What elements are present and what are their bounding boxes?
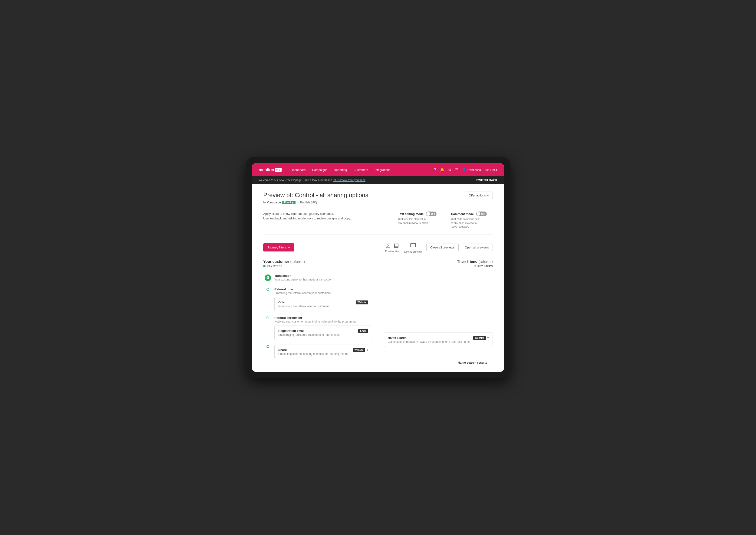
name-search-card[interactable]: Name search Claiming an introductory rew… — [384, 332, 493, 347]
nav-links: Dashboard Campaigns Reporting Customers … — [291, 168, 434, 172]
text-editing-label: Text editing mode OFF — [398, 211, 440, 216]
share-card-badges: Website ▾ — [353, 348, 368, 352]
nav-campaigns[interactable]: Campaigns — [312, 168, 327, 172]
open-all-previews-button[interactable]: Open all previews — [461, 243, 493, 251]
referee-line — [488, 349, 488, 358]
referral-enrollment-step: Referral enrollment Notifying your custo… — [263, 314, 372, 343]
page-title: Preview of: Control - all sharing option… — [263, 192, 368, 199]
device-preview-section: Device preview — [404, 242, 422, 253]
referee-column: Their friend (referee) KEY STEPS Name se — [378, 260, 493, 364]
user-icon: 👤 — [462, 168, 466, 172]
page-subtitle: In Campaign Running in English (UK) — [263, 201, 368, 204]
campaign-link[interactable]: Campaign — [267, 201, 281, 204]
svg-rect-2 — [394, 244, 398, 248]
nav-right: ? 🔔 ⚙ ☰ 👤 Francesco Itch Pet ▾ — [434, 168, 497, 172]
enrollment-dot — [267, 317, 269, 319]
nav-integrations[interactable]: Integrations — [374, 168, 390, 172]
page-title-section: Preview of: Control - all sharing option… — [263, 192, 368, 204]
user-name[interactable]: 👤 Francesco — [462, 168, 481, 172]
referee-header: Their friend (referee) KEY STEPS — [384, 260, 493, 268]
grid-preview-icon[interactable] — [393, 242, 400, 249]
modes-row: Apply filters to show different user jou… — [263, 211, 493, 235]
preview-size-label: Preview size — [385, 250, 399, 253]
image-preview-icon[interactable] — [385, 242, 391, 249]
transaction-step: Transaction Your existing customer has m… — [263, 272, 372, 286]
referral-offer-step: Referral offer Promoting the referral of… — [263, 286, 372, 314]
notifications-icon[interactable]: 🔔 — [440, 168, 445, 172]
referee-steps-container: Name search Claiming an introductory rew… — [384, 332, 493, 364]
close-open-buttons: Close all previews Open all previews — [426, 243, 493, 251]
key-steps-dot-outline — [474, 265, 476, 267]
name-search-text: Name search Claiming an introductory rew… — [388, 336, 470, 343]
website-badge: Website — [473, 336, 486, 340]
share-dot — [267, 345, 269, 348]
website-badge: Website — [353, 348, 365, 352]
settings-icon[interactable]: ⚙ — [448, 168, 451, 172]
email-badge: Email — [358, 329, 368, 333]
key-steps-dot — [263, 265, 266, 267]
nav-reporting[interactable]: Reporting — [334, 168, 347, 172]
svg-point-1 — [387, 244, 388, 245]
svg-rect-5 — [411, 243, 416, 247]
text-editing-mode: Text editing mode OFF Click any text ele… — [398, 211, 440, 229]
referee-key-steps: KEY STEPS — [384, 265, 493, 268]
chevron-down-icon[interactable]: ▾ — [487, 336, 489, 340]
help-icon[interactable]: ? — [434, 168, 436, 172]
name-search-results: Name search results — [384, 361, 493, 364]
referral-offer-content: Referral offer Promoting the referral of… — [273, 286, 372, 314]
share-content: Share Presenting different sharing metho… — [273, 343, 372, 362]
nav-dashboard[interactable]: Dashboard — [291, 168, 306, 172]
device-frame: mention me Dashboard Campaigns Reporting… — [246, 157, 510, 378]
preview-size-section: Preview size — [385, 242, 400, 253]
tenant-name[interactable]: Itch Pet ▾ — [485, 168, 497, 172]
close-all-previews-button[interactable]: Close all previews — [426, 243, 459, 251]
mode-description: Apply filters to show different user jou… — [263, 211, 387, 229]
preview-size-icons — [385, 242, 400, 249]
referee-title: Their friend (referee) — [384, 260, 493, 264]
website-badge: Website — [356, 300, 368, 304]
monitor-icon[interactable] — [409, 242, 417, 249]
enrollment-content: Referral enrollment Notifying your custo… — [273, 314, 372, 343]
logo-box: me — [275, 168, 281, 172]
offer-card-text: Offer Introducing the referral offer to … — [278, 300, 330, 308]
comment-mode-label: Comment mode OFF — [451, 211, 493, 216]
step-line-col — [263, 343, 273, 362]
device-screen: mention me Dashboard Campaigns Reporting… — [252, 163, 504, 372]
share-card-text: Share Presenting different sharing metho… — [278, 348, 348, 355]
page-header: Preview of: Control - all sharing option… — [263, 192, 493, 204]
running-badge: Running — [282, 201, 296, 204]
step-line — [268, 281, 268, 286]
main-content: Preview of: Control - all sharing option… — [252, 184, 504, 372]
step-line-col — [263, 272, 273, 286]
step-line-col — [263, 286, 273, 314]
referrer-key-steps: KEY STEPS — [263, 265, 372, 268]
toolbar: Journey filters ≡ — [263, 242, 493, 253]
banner-text: Welcome to our new Preview page! Take a … — [259, 179, 367, 182]
share-card[interactable]: Share Presenting different sharing metho… — [275, 345, 372, 359]
device-preview-label: Device preview — [404, 250, 422, 253]
registration-email-card[interactable]: Registration email Encouraging registere… — [275, 325, 372, 340]
text-editing-toggle[interactable]: OFF — [426, 211, 437, 216]
email-badge-section: Email — [358, 329, 368, 333]
text-editing-desc: Click any text element in any open previ… — [398, 217, 440, 225]
logo[interactable]: mention me — [259, 167, 281, 172]
journey-container: Your customer (referrer) KEY STEPS — [263, 260, 493, 364]
announcement-banner: Welcome to our new Preview page! Take a … — [252, 176, 504, 184]
referrer-column: Your customer (referrer) KEY STEPS — [263, 260, 378, 364]
step-line-col — [263, 314, 273, 343]
switch-back-button[interactable]: SWITCH BACK — [476, 179, 497, 182]
chevron-down-icon[interactable]: ▾ — [366, 348, 368, 352]
offer-actions-button[interactable]: Offer actions ▾ — [465, 192, 493, 199]
transaction-circle — [265, 274, 271, 281]
offer-card[interactable]: Offer Introducing the referral offer to … — [275, 297, 372, 311]
journey-filters-button[interactable]: Journey filters ≡ — [263, 243, 294, 251]
nav-customers[interactable]: Customers — [353, 168, 368, 172]
accounts-icon[interactable]: ☰ — [455, 168, 458, 172]
offer-card-badges: Website — [356, 300, 368, 304]
chevron-down-icon: ▾ — [496, 168, 497, 172]
banner-link[interactable]: let us know what you think — [333, 179, 365, 182]
comment-mode-desc: Click 'Add comment' next to any open pre… — [451, 217, 493, 229]
comment-mode-toggle[interactable]: OFF — [476, 211, 487, 216]
logo-text: mention — [259, 167, 274, 172]
referral-offer-dot — [267, 288, 269, 291]
